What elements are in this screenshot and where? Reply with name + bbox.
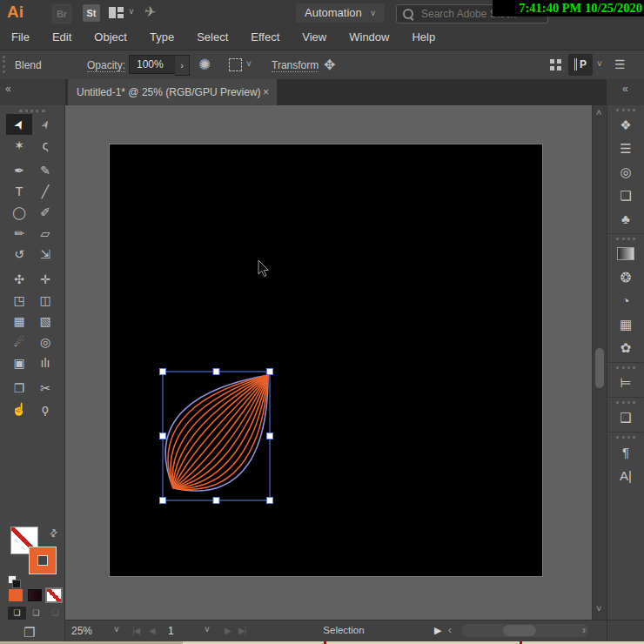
workspace-chevron-icon[interactable]: ˅ (597, 59, 602, 69)
layers-panel-icon[interactable]: ❖ (607, 113, 644, 137)
perspective-grid-tool[interactable]: ◫ (32, 290, 58, 311)
artboard-chevron-icon[interactable]: ˅ (205, 625, 210, 634)
line-segment-tool[interactable]: ╱ (32, 181, 58, 202)
zoom-level[interactable]: 25% (71, 625, 92, 637)
width-tool[interactable]: ✣ (6, 269, 32, 290)
dock-group-grip[interactable] (616, 401, 635, 404)
arrange-documents-icon[interactable] (550, 59, 561, 70)
menu-file[interactable]: File (0, 26, 41, 44)
tools-panel-grip[interactable] (19, 110, 45, 112)
status-expand-icon[interactable]: ▶ (434, 625, 441, 636)
close-tab-icon[interactable]: × (263, 79, 269, 105)
horizontal-scroll-thumb[interactable] (503, 625, 536, 636)
transparency-panel-icon[interactable]: ◎ (607, 160, 644, 184)
artboards-panel-icon[interactable]: ❏ (607, 184, 644, 207)
horizontal-scrollbar[interactable] (461, 624, 588, 637)
default-fill-stroke-icon[interactable] (8, 575, 20, 587)
stock-icon[interactable]: St (83, 4, 100, 22)
shape-builder-tool[interactable]: ◳ (6, 290, 32, 311)
swatches-panel-icon[interactable]: ▦ (607, 312, 644, 336)
change-screen-mode-icon[interactable]: ❐ (23, 625, 35, 641)
opacity-input[interactable] (129, 55, 176, 74)
layout-chevron-icon[interactable]: ˅ (129, 7, 134, 17)
zoom-tool[interactable]: ϙ (32, 399, 58, 419)
direct-selection-tool[interactable]: ➢ (32, 114, 58, 135)
document-tab[interactable]: Untitled-1* @ 25% (RGB/GPU Preview) × (68, 79, 277, 105)
vertical-scrollbar[interactable]: ˄ ˅ (592, 105, 607, 620)
gradient-tool[interactable]: ▧ (32, 311, 58, 332)
transform-link[interactable]: Transform (272, 59, 319, 72)
opacity-link[interactable]: Opacity: (87, 59, 125, 72)
magic-wand-tool[interactable]: ✶ (6, 135, 32, 156)
draw-normal-button[interactable]: ❏ (8, 607, 26, 620)
color-panel-icon[interactable]: ❂ (607, 265, 644, 289)
stroke-panel-icon[interactable]: ☰ (607, 137, 644, 160)
menu-edit[interactable]: Edit (41, 26, 83, 44)
isolate-selection-icon[interactable]: ✥ (324, 57, 335, 73)
color-button[interactable] (9, 589, 23, 601)
vertical-scroll-thumb[interactable] (595, 348, 604, 388)
left-panel-collapse[interactable]: « (0, 79, 65, 105)
opacity-stepper-button[interactable]: › (175, 55, 190, 76)
dock-group-grip[interactable] (616, 366, 635, 369)
symbols-panel-icon[interactable]: ♣ (607, 207, 644, 231)
pencil-tool[interactable]: ✏ (6, 223, 32, 244)
menu-type[interactable]: Type (138, 26, 185, 44)
hand-tool[interactable]: ☝ (6, 399, 32, 419)
ellipse-tool[interactable]: ◯ (6, 202, 32, 223)
control-bar-grip[interactable] (3, 56, 5, 73)
workspace-switcher[interactable]: P (568, 54, 593, 76)
scroll-up-icon[interactable]: ˄ (596, 107, 601, 117)
mesh-tool[interactable]: ▦ (6, 311, 32, 332)
eraser-tool[interactable]: ▱ (32, 223, 58, 244)
align-panel-icon[interactable]: ⊨ (607, 371, 644, 394)
menu-select[interactable]: Select (185, 26, 239, 44)
zoom-chevron-icon[interactable]: ˅ (114, 625, 119, 634)
scroll-down-icon[interactable]: ˅ (596, 603, 601, 614)
character-panel-icon[interactable]: A| (607, 464, 644, 487)
workspace-layout-icon[interactable] (109, 7, 124, 18)
none-button[interactable] (47, 589, 61, 601)
pathfinder-panel-icon[interactable]: ❑ (607, 406, 644, 429)
eyedropper-tool[interactable]: ☄ (6, 332, 32, 352)
pen-tool[interactable]: ✒ (6, 160, 32, 181)
gradient-button[interactable] (28, 589, 42, 601)
menu-effect[interactable]: Effect (239, 26, 291, 44)
previous-artboard-icon[interactable]: ◀ (149, 626, 155, 635)
scroll-left-icon[interactable]: ‹ (448, 624, 452, 636)
draw-inside-button[interactable]: ❏ (46, 607, 64, 620)
gradient-panel-icon[interactable] (607, 242, 644, 265)
menu-object[interactable]: Object (83, 26, 138, 44)
artboard-tool[interactable]: ❐ (6, 378, 32, 399)
first-artboard-icon[interactable]: |◀ (132, 626, 139, 635)
menu-window[interactable]: Window (338, 26, 400, 44)
swap-fill-stroke-icon[interactable]: ⇄ (47, 527, 61, 540)
type-tool[interactable]: T (6, 181, 32, 202)
menu-help[interactable]: Help (400, 26, 446, 44)
menu-view[interactable]: View (291, 26, 338, 44)
recolor-artwork-icon[interactable]: ✺ (198, 56, 211, 74)
panel-menu-icon[interactable]: ☰ (614, 57, 626, 71)
graph-tool[interactable]: ılı (32, 352, 58, 373)
next-artboard-icon[interactable]: ▶ (225, 626, 231, 635)
automation-dropdown[interactable]: Automation˅ (296, 3, 385, 23)
right-dock-collapse[interactable]: « (607, 79, 644, 105)
curvature-tool[interactable]: ✎ (32, 160, 58, 181)
scroll-right-icon[interactable]: › (582, 624, 586, 636)
dock-group-grip[interactable] (616, 436, 635, 439)
color-guide-panel-icon[interactable]: ◔ (607, 289, 644, 312)
draw-behind-button[interactable]: ❏ (27, 607, 45, 620)
blend-tool[interactable]: ◎ (32, 332, 58, 352)
slice-tool[interactable]: ✂ (32, 378, 58, 399)
share-rocket-icon[interactable]: ✈ (144, 3, 158, 21)
puppet-warp-tool[interactable]: ✛ (32, 269, 58, 290)
stroke-swatch[interactable] (30, 547, 56, 574)
artboard[interactable] (109, 144, 543, 577)
symbol-sprayer-tool[interactable]: ▣ (6, 352, 32, 373)
dock-group-grip[interactable] (616, 238, 635, 240)
dock-group-grip[interactable] (616, 109, 635, 111)
bridge-icon[interactable]: Br (52, 4, 71, 23)
scale-tool[interactable]: ⇲ (32, 244, 58, 265)
paintbrush-tool[interactable]: ✐ (32, 202, 58, 223)
rotate-tool[interactable]: ↺ (6, 244, 32, 265)
